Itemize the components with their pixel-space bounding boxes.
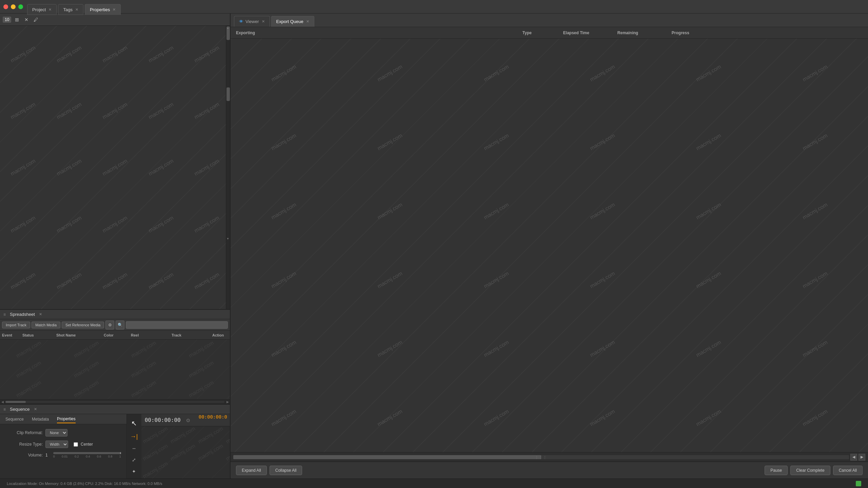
viewer-icon: 👁 — [239, 19, 243, 24]
col-status: Status — [22, 333, 56, 337]
clip-reformat-row: Clip Reformat: None — [5, 429, 121, 436]
pg-arrow-left[interactable]: ◀ — [850, 454, 857, 461]
eq-col-progress: Progress — [672, 30, 863, 35]
resize-type-row: Resize Type: Width Center — [5, 441, 121, 448]
eq-progress-row: ⋮⋮⋮ ◀ ▶ — [231, 452, 868, 462]
timeline-collapse-icon[interactable]: ↔ — [129, 444, 139, 453]
volume-value: 1 — [45, 453, 48, 458]
titlebar — [0, 0, 868, 14]
volume-row: Volume: 1 0 0.01 0.2 0.4 — [5, 452, 121, 458]
volume-label: Volume: — [5, 453, 43, 458]
timeline-extra-icon[interactable]: ✦ — [129, 467, 139, 476]
scroll-down-icon[interactable]: ▼ — [226, 237, 230, 241]
volume-labels: 0 0.01 0.2 0.4 0.6 0.8 1 — [53, 455, 121, 458]
tab-project-close[interactable]: ✕ — [48, 7, 52, 12]
timecode-display: 00:00:00:00 — [145, 417, 181, 423]
clip-reformat-label: Clip Reformat: — [5, 430, 43, 435]
sequence-close-icon[interactable]: ✕ — [34, 407, 37, 411]
viewer-close-icon[interactable]: ✕ — [262, 19, 265, 24]
browser-count: 10 — [3, 17, 11, 23]
col-shot-name: Shot Name — [56, 333, 104, 337]
spreadsheet-close-icon[interactable]: ✕ — [39, 312, 42, 317]
export-queue-content: Exporting Type Elapsed Time Remaining Pr… — [231, 27, 868, 479]
resize-center-checkbox[interactable] — [74, 442, 78, 447]
timeline-controls: ↖ →| ↔ ⤢ ✦ — [126, 414, 141, 479]
hscroll-right-icon[interactable]: ▶ — [225, 400, 230, 404]
col-action: Action — [212, 333, 228, 337]
eq-col-elapsed: Elapsed Time — [563, 30, 617, 35]
eq-col-type: Type — [522, 30, 563, 35]
resize-type-label: Resize Type: — [5, 442, 43, 447]
import-track-button[interactable]: Import Track — [2, 322, 30, 328]
tab-project[interactable]: Project ✕ — [27, 4, 57, 15]
timeline-fit-icon[interactable]: ⤢ — [129, 455, 139, 464]
tab-properties[interactable]: Properties ✕ — [85, 4, 121, 15]
col-event: Event — [2, 333, 22, 337]
browser-toolbar: 10 ⊞ ✕ 🖊 — [0, 14, 230, 26]
tab-seq-properties[interactable]: Properties — [57, 415, 76, 423]
sequence-panel: ≡ Sequence ✕ Sequence Metadata Propertie… — [0, 404, 230, 479]
spreadsheet-headers: Event Status Shot Name Color Reel Track … — [0, 331, 230, 340]
hscroll-left-icon[interactable]: ◀ — [0, 400, 5, 404]
clip-reformat-select[interactable]: None — [45, 429, 67, 436]
status-text: Localization Mode: On Memory: 0.4 GB (2.… — [7, 482, 853, 486]
browser-content: macmj.com macmj.com macmj.com macmj.com … — [0, 26, 230, 309]
eq-left-buttons: Expand All Collapse All — [236, 466, 302, 475]
orange-timecode: 00:00:00:0 — [199, 414, 227, 420]
expand-all-button[interactable]: Expand All — [236, 466, 267, 475]
resize-center-label: Center — [81, 442, 93, 447]
status-bar: Localization Mode: On Memory: 0.4 GB (2.… — [0, 479, 868, 488]
timecode-icon: ⊙ — [186, 418, 190, 423]
browser-icon-3[interactable]: 🖊 — [32, 16, 40, 23]
browser-icon-1[interactable]: ⊞ — [13, 16, 21, 23]
window-controls — [3, 4, 23, 9]
resize-type-select[interactable]: Width — [45, 441, 68, 448]
tab-sequence[interactable]: Sequence — [5, 415, 24, 423]
spreadsheet-settings-icon[interactable]: ⚙ — [105, 321, 114, 329]
volume-slider[interactable] — [53, 452, 121, 454]
tab-viewer[interactable]: 👁 Viewer ✕ — [234, 16, 270, 27]
tab-tags[interactable]: Tags ✕ — [58, 4, 83, 15]
timeline-area: 00:00:00:00 ⊙ macmj.com macmj.com macmj.… — [141, 414, 230, 479]
tab-export-queue[interactable]: Export Queue ✕ — [271, 16, 314, 27]
spreadsheet-toolbar: Import Track Match Media Set Reference M… — [0, 319, 230, 331]
set-reference-media-button[interactable]: Set Reference Media — [62, 322, 104, 328]
vertical-scrollbar[interactable] — [226, 26, 230, 309]
minimize-button[interactable] — [11, 4, 16, 9]
browser-icon-2[interactable]: ✕ — [23, 16, 30, 23]
col-reel: Reel — [131, 333, 172, 337]
pg-arrow-right[interactable]: ▶ — [859, 454, 865, 461]
sequence-titlebar: ≡ Sequence ✕ — [0, 405, 230, 414]
close-button[interactable] — [3, 4, 8, 9]
right-panel: 👁 Viewer ✕ Export Queue ✕ Exporting Type… — [231, 14, 868, 479]
eq-right-buttons: Pause Clear Complete Cancel All — [765, 466, 863, 475]
eq-pg-arrows: ◀ ▶ — [850, 454, 865, 461]
pause-button[interactable]: Pause — [765, 466, 788, 475]
export-queue-close-icon[interactable]: ✕ — [306, 19, 309, 24]
clear-complete-button[interactable]: Clear Complete — [790, 466, 830, 475]
eq-col-remaining: Remaining — [617, 30, 672, 35]
spreadsheet-hscroll[interactable]: ◀ ▶ — [0, 399, 230, 404]
col-track: Track — [172, 333, 212, 337]
eq-body: macmj.com macmj.com macmj.com macmj.com … — [231, 39, 868, 452]
tab-tags-close[interactable]: ✕ — [75, 7, 78, 12]
scroll-up-icon[interactable]: ▲ — [226, 26, 230, 30]
wm-15: macmj.com — [173, 131, 230, 204]
col-color: Color — [104, 333, 131, 337]
match-media-button[interactable]: Match Media — [32, 322, 60, 328]
cancel-all-button[interactable]: Cancel All — [833, 466, 863, 475]
spreadsheet-search-input[interactable] — [126, 321, 228, 329]
tab-properties-close[interactable]: ✕ — [113, 7, 116, 12]
collapse-all-button[interactable]: Collapse All — [270, 466, 302, 475]
maximize-button[interactable] — [18, 4, 23, 9]
sequence-title: Sequence — [10, 407, 30, 412]
eq-header: Exporting Type Elapsed Time Remaining Pr… — [231, 27, 868, 39]
spreadsheet-search-icon[interactable]: 🔍 — [116, 321, 124, 329]
status-indicator — [856, 481, 861, 486]
tab-metadata[interactable]: Metadata — [32, 415, 49, 423]
spreadsheet-titlebar: ≡ Spreadsheet ✕ — [0, 310, 230, 319]
wm-20: macmj.com — [173, 188, 230, 260]
right-tabs: 👁 Viewer ✕ Export Queue ✕ — [231, 14, 868, 27]
spreadsheet-title: Spreadsheet — [10, 312, 35, 317]
timeline-in-point-icon[interactable]: →| — [129, 432, 139, 441]
